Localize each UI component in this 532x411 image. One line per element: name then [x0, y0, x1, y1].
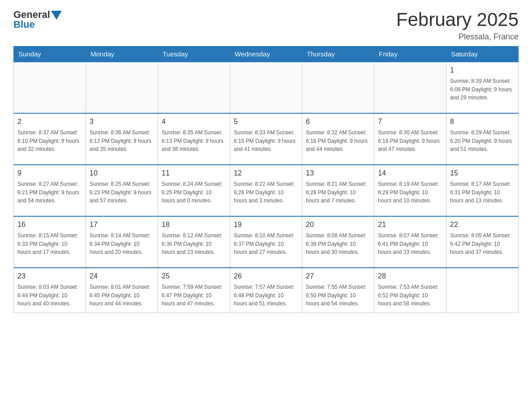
day-number: 23: [17, 271, 82, 282]
day-number: 12: [234, 168, 298, 179]
day-info: Sunrise: 8:24 AM Sunset: 6:25 PM Dayligh…: [162, 180, 226, 205]
day-info: Sunrise: 8:33 AM Sunset: 6:15 PM Dayligh…: [234, 128, 298, 154]
calendar-day-cell: 20Sunrise: 8:08 AM Sunset: 6:39 PM Dayli…: [302, 216, 374, 268]
day-info: Sunrise: 8:08 AM Sunset: 6:39 PM Dayligh…: [306, 231, 370, 257]
page-header: General Blue February 2025 Plessala, Fra…: [13, 9, 519, 42]
calendar-day-cell: 15Sunrise: 8:17 AM Sunset: 6:31 PM Dayli…: [446, 165, 519, 216]
calendar-day-cell: 17Sunrise: 8:14 AM Sunset: 6:34 PM Dayli…: [86, 216, 158, 268]
day-info: Sunrise: 8:05 AM Sunset: 6:42 PM Dayligh…: [450, 231, 515, 257]
day-number: 20: [306, 219, 370, 230]
calendar-day-cell: 7Sunrise: 8:30 AM Sunset: 6:18 PM Daylig…: [374, 113, 446, 165]
day-info: Sunrise: 8:15 AM Sunset: 6:33 PM Dayligh…: [17, 231, 82, 257]
day-number: 16: [17, 219, 82, 230]
calendar-day-cell: 16Sunrise: 8:15 AM Sunset: 6:33 PM Dayli…: [14, 216, 86, 268]
day-info: Sunrise: 7:59 AM Sunset: 6:47 PM Dayligh…: [162, 283, 226, 308]
day-info: Sunrise: 8:14 AM Sunset: 6:34 PM Dayligh…: [90, 231, 154, 257]
calendar-day-cell: 14Sunrise: 8:19 AM Sunset: 6:29 PM Dayli…: [374, 165, 446, 216]
day-info: Sunrise: 7:55 AM Sunset: 6:50 PM Dayligh…: [306, 283, 370, 308]
calendar-header-wednesday: Wednesday: [230, 47, 302, 62]
calendar-day-cell: 1Sunrise: 8:39 AM Sunset: 6:08 PM Daylig…: [446, 62, 519, 113]
day-number: 22: [450, 219, 515, 230]
calendar-day-cell: 27Sunrise: 7:55 AM Sunset: 6:50 PM Dayli…: [302, 268, 374, 313]
calendar-day-cell: 4Sunrise: 8:35 AM Sunset: 6:13 PM Daylig…: [158, 113, 230, 165]
day-number: 4: [162, 116, 226, 127]
day-info: Sunrise: 8:25 AM Sunset: 6:23 PM Dayligh…: [90, 180, 154, 205]
day-info: Sunrise: 8:03 AM Sunset: 6:44 PM Dayligh…: [17, 283, 82, 308]
calendar-day-cell: 21Sunrise: 8:07 AM Sunset: 6:41 PM Dayli…: [374, 216, 446, 268]
title-area: February 2025 Plessala, France: [396, 9, 519, 42]
calendar-day-cell: 11Sunrise: 8:24 AM Sunset: 6:25 PM Dayli…: [158, 165, 230, 216]
calendar-day-cell: 18Sunrise: 8:12 AM Sunset: 6:36 PM Dayli…: [158, 216, 230, 268]
calendar-day-cell: 26Sunrise: 7:57 AM Sunset: 6:48 PM Dayli…: [230, 268, 302, 313]
calendar-week-row: 1Sunrise: 8:39 AM Sunset: 6:08 PM Daylig…: [14, 62, 519, 113]
day-number: 9: [17, 168, 82, 179]
calendar-header-sunday: Sunday: [14, 47, 86, 62]
day-info: Sunrise: 8:32 AM Sunset: 6:16 PM Dayligh…: [306, 128, 370, 154]
day-info: Sunrise: 7:57 AM Sunset: 6:48 PM Dayligh…: [234, 283, 298, 308]
calendar-day-cell: 28Sunrise: 7:53 AM Sunset: 6:52 PM Dayli…: [374, 268, 446, 313]
day-number: 27: [306, 271, 370, 282]
logo-triangle-icon: [51, 11, 62, 20]
day-info: Sunrise: 8:12 AM Sunset: 6:36 PM Dayligh…: [162, 231, 226, 257]
day-number: 21: [378, 219, 442, 230]
day-info: Sunrise: 8:30 AM Sunset: 6:18 PM Dayligh…: [378, 128, 442, 154]
calendar-day-cell: 12Sunrise: 8:22 AM Sunset: 6:26 PM Dayli…: [230, 165, 302, 216]
calendar-day-cell: [374, 62, 446, 113]
calendar-day-cell: 6Sunrise: 8:32 AM Sunset: 6:16 PM Daylig…: [302, 113, 374, 165]
day-number: 1: [450, 65, 515, 76]
day-info: Sunrise: 8:22 AM Sunset: 6:26 PM Dayligh…: [234, 180, 298, 205]
calendar-header-tuesday: Tuesday: [158, 47, 230, 62]
day-number: 19: [234, 219, 298, 230]
day-info: Sunrise: 8:17 AM Sunset: 6:31 PM Dayligh…: [450, 180, 515, 205]
day-number: 5: [234, 116, 298, 127]
day-number: 2: [17, 116, 82, 127]
day-number: 11: [162, 168, 226, 179]
calendar-day-cell: 8Sunrise: 8:29 AM Sunset: 6:20 PM Daylig…: [446, 113, 519, 165]
calendar-day-cell: 5Sunrise: 8:33 AM Sunset: 6:15 PM Daylig…: [230, 113, 302, 165]
day-info: Sunrise: 8:36 AM Sunset: 6:12 PM Dayligh…: [90, 128, 154, 154]
calendar-week-row: 9Sunrise: 8:27 AM Sunset: 6:21 PM Daylig…: [14, 165, 519, 216]
day-number: 7: [378, 116, 442, 127]
day-number: 8: [450, 116, 515, 127]
calendar-day-cell: 10Sunrise: 8:25 AM Sunset: 6:23 PM Dayli…: [86, 165, 158, 216]
calendar-day-cell: 13Sunrise: 8:21 AM Sunset: 6:28 PM Dayli…: [302, 165, 374, 216]
day-number: 28: [378, 271, 442, 282]
calendar-day-cell: 25Sunrise: 7:59 AM Sunset: 6:47 PM Dayli…: [158, 268, 230, 313]
calendar-header-row: SundayMondayTuesdayWednesdayThursdayFrid…: [14, 47, 519, 62]
calendar-day-cell: 2Sunrise: 8:37 AM Sunset: 6:10 PM Daylig…: [14, 113, 86, 165]
location: Plessala, France: [396, 32, 519, 42]
calendar-day-cell: 19Sunrise: 8:10 AM Sunset: 6:37 PM Dayli…: [230, 216, 302, 268]
day-info: Sunrise: 7:53 AM Sunset: 6:52 PM Dayligh…: [378, 283, 442, 308]
calendar-header-friday: Friday: [374, 47, 446, 62]
day-number: 25: [162, 271, 226, 282]
calendar-day-cell: 22Sunrise: 8:05 AM Sunset: 6:42 PM Dayli…: [446, 216, 519, 268]
day-number: 6: [306, 116, 370, 127]
calendar-day-cell: 9Sunrise: 8:27 AM Sunset: 6:21 PM Daylig…: [14, 165, 86, 216]
day-info: Sunrise: 8:19 AM Sunset: 6:29 PM Dayligh…: [378, 180, 442, 205]
day-info: Sunrise: 8:27 AM Sunset: 6:21 PM Dayligh…: [17, 180, 82, 205]
day-number: 15: [450, 168, 515, 179]
day-info: Sunrise: 8:37 AM Sunset: 6:10 PM Dayligh…: [17, 128, 82, 154]
day-number: 18: [162, 219, 226, 230]
logo: General Blue: [13, 9, 62, 30]
day-number: 17: [90, 219, 154, 230]
calendar-day-cell: [446, 268, 519, 313]
day-number: 13: [306, 168, 370, 179]
calendar-day-cell: 23Sunrise: 8:03 AM Sunset: 6:44 PM Dayli…: [14, 268, 86, 313]
month-title: February 2025: [396, 9, 519, 30]
day-info: Sunrise: 8:29 AM Sunset: 6:20 PM Dayligh…: [450, 128, 515, 154]
calendar-day-cell: [302, 62, 374, 113]
calendar-header-saturday: Saturday: [446, 47, 519, 62]
calendar-header-monday: Monday: [86, 47, 158, 62]
calendar-week-row: 23Sunrise: 8:03 AM Sunset: 6:44 PM Dayli…: [14, 268, 519, 313]
day-number: 14: [378, 168, 442, 179]
calendar-week-row: 16Sunrise: 8:15 AM Sunset: 6:33 PM Dayli…: [14, 216, 519, 268]
calendar-header-thursday: Thursday: [302, 47, 374, 62]
calendar-table: SundayMondayTuesdayWednesdayThursdayFrid…: [13, 46, 519, 313]
calendar-day-cell: [158, 62, 230, 113]
calendar-day-cell: [86, 62, 158, 113]
day-info: Sunrise: 8:21 AM Sunset: 6:28 PM Dayligh…: [306, 180, 370, 205]
calendar-week-row: 2Sunrise: 8:37 AM Sunset: 6:10 PM Daylig…: [14, 113, 519, 165]
logo-blue-text: Blue: [13, 19, 62, 30]
calendar-day-cell: 3Sunrise: 8:36 AM Sunset: 6:12 PM Daylig…: [86, 113, 158, 165]
